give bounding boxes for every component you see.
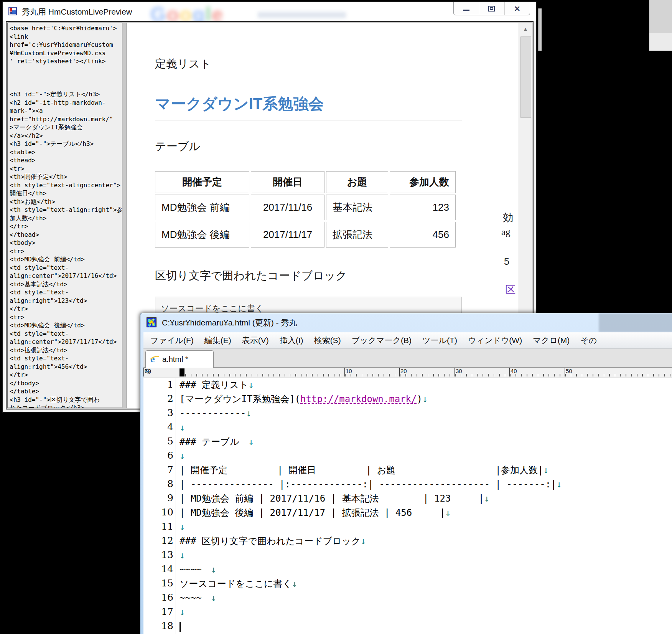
window-controls: ✕ xyxy=(453,2,530,15)
menu-edit[interactable]: 編集(E) xyxy=(199,335,237,346)
menu-other[interactable]: その xyxy=(575,335,602,346)
desktop: Google 秀丸用 HmCustomLivePreview ✕ <base h… xyxy=(0,0,672,634)
menu-search[interactable]: 検索(S) xyxy=(309,335,346,346)
editor-line[interactable]: 5### テーブル ↓ xyxy=(143,435,672,449)
editor-line[interactable]: 15ソースコードをここに書く↓ xyxy=(143,577,672,591)
newline-arrow-icon: ↓ xyxy=(180,422,185,433)
editor-line[interactable]: 10| MD勉強会 後編 | 2017/11/17 | 拡張記法 | 456 |… xyxy=(143,506,672,520)
newline-arrow-icon: ↓ xyxy=(180,550,185,561)
ruler-number: 50 xyxy=(565,368,572,376)
line-number: 18 xyxy=(143,620,173,631)
editor-line[interactable]: 12### 区切り文字で囲われたコードブロック↓ xyxy=(143,534,672,548)
menu-view[interactable]: 表示(V) xyxy=(237,335,274,346)
menu-file[interactable]: ファイル(F) xyxy=(145,335,199,346)
newline-arrow-icon: ↓ xyxy=(211,564,216,575)
newline-arrow-icon: ↓ xyxy=(180,522,185,532)
newline-arrow-icon: ↓ xyxy=(445,507,451,518)
line-number: 15 xyxy=(143,578,173,589)
table-header-cell: 開催日 xyxy=(251,171,324,193)
menu-tools[interactable]: ツール(T) xyxy=(417,335,463,346)
table-cell: 拡張記法 xyxy=(326,222,388,248)
newline-arrow-icon: ↓ xyxy=(211,593,216,603)
table-cell: 2017/11/17 xyxy=(251,222,324,248)
ruler: » 10 20 30 40 50 60 70 xyxy=(143,368,672,378)
line-number: 16 xyxy=(143,592,173,603)
tab-a-html[interactable]: e a.html * xyxy=(145,350,214,368)
editor-line[interactable]: 16~~~~ ↓ xyxy=(143,591,672,605)
line-number: 17 xyxy=(143,606,173,617)
preview-heading-link[interactable]: マークダウンIT系勉強会 xyxy=(155,93,462,121)
newline-arrow-icon: ↓ xyxy=(543,465,548,476)
newline-arrow-icon: ↓ xyxy=(484,493,489,504)
editor-line[interactable]: 6↓ xyxy=(143,449,672,463)
restore-icon xyxy=(488,6,495,12)
close-icon: ✕ xyxy=(514,5,520,13)
editor-titlebar[interactable]: 秀 C:¥usr¥hidemaru¥a.html (更新) - 秀丸 xyxy=(140,313,672,332)
tab-label: a.html * xyxy=(162,355,188,364)
line-number: 11 xyxy=(143,521,173,532)
background-text-fragment: ag xyxy=(501,227,511,238)
background-google-logo: Google xyxy=(150,3,224,21)
url-text: http://markdown.mark/ xyxy=(300,394,417,405)
editor-line[interactable]: 8| --------------- |:-------------:| ---… xyxy=(143,477,672,492)
editor-line[interactable]: 17↓ xyxy=(143,605,672,619)
line-number: 8 xyxy=(143,478,173,489)
newline-arrow-icon: ↓ xyxy=(180,451,185,461)
ruler-number: 30 xyxy=(455,368,462,376)
minimize-icon xyxy=(463,10,469,11)
background-text-fragment: 区 xyxy=(505,283,516,297)
table-row: MD勉強会 後編 2017/11/17 拡張記法 456 xyxy=(155,222,456,248)
titlebar-glass-overlay xyxy=(599,313,672,332)
scroll-up-icon[interactable]: ▲ xyxy=(519,23,532,35)
newline-arrow-icon: ↓ xyxy=(292,578,297,589)
line-number: 1 xyxy=(143,379,173,390)
scrollbar-thumb[interactable] xyxy=(520,36,531,118)
menu-window[interactable]: ウィンドウ(W) xyxy=(463,335,527,346)
editor-line[interactable]: 18 xyxy=(143,619,672,634)
table-cell: 2017/11/16 xyxy=(251,195,324,220)
newline-arrow-icon: ↓ xyxy=(557,479,562,490)
editor-line[interactable]: 11↓ xyxy=(143,520,672,534)
ruler-ticks xyxy=(180,374,672,376)
html-source-pane[interactable]: <base href='C:¥usr¥hidemaru'> <link href… xyxy=(7,23,122,408)
table-cell: 456 xyxy=(390,222,456,248)
table-cell: MD勉強会 前編 xyxy=(155,195,249,220)
background-text-fragment: 効 xyxy=(503,211,513,225)
table-cell: 123 xyxy=(390,195,456,220)
table-cell: 基本記法 xyxy=(326,195,388,220)
ruler-number: 40 xyxy=(509,368,517,376)
text-editor-area[interactable]: 1### 定義リスト↓ 2[マークダウンIT系勉強会](http://markd… xyxy=(143,378,672,634)
menu-macro[interactable]: マクロ(M) xyxy=(527,335,575,346)
editor-line[interactable]: 9| MD勉強会 前編 | 2017/11/16 | 基本記法 | 123 |↓ xyxy=(143,492,672,506)
editor-line[interactable]: 1### 定義リスト↓ xyxy=(143,378,672,392)
editor-line[interactable]: 4↓ xyxy=(143,421,672,435)
line-number: 2 xyxy=(143,393,173,404)
editor-line[interactable]: 14~~~~ ↓ xyxy=(143,563,672,577)
table-header-cell: 開催予定 xyxy=(155,171,249,193)
editor-line[interactable]: 3------------↓ xyxy=(143,406,672,421)
ruler-number: 20 xyxy=(399,368,407,376)
text-caret xyxy=(180,622,181,632)
minimize-button[interactable] xyxy=(454,2,479,15)
line-number: 7 xyxy=(143,464,173,475)
editor-line[interactable]: 2[マークダウンIT系勉強会](http://markdown.mark/)↓ xyxy=(143,392,672,406)
newline-arrow-icon: ↓ xyxy=(361,536,366,546)
window-title: 秀丸用 HmCustomLivePreview xyxy=(22,7,132,17)
editor-line[interactable]: 7| 開催予定 | 開催日 | お題 |参加人数|↓ xyxy=(143,463,672,477)
line-number: 6 xyxy=(143,450,173,461)
background-text-fragment: 5 xyxy=(504,256,509,267)
editor-line[interactable]: 13↓ xyxy=(143,548,672,563)
menu-bookmark[interactable]: ブックマーク(B) xyxy=(346,335,417,346)
ruler-number: 10 xyxy=(344,368,352,376)
restore-button[interactable] xyxy=(479,2,504,15)
editor-window: 秀 C:¥usr¥hidemaru¥a.html (更新) - 秀丸 ファイル(… xyxy=(140,313,672,634)
editor-window-title: C:¥usr¥hidemaru¥a.html (更新) - 秀丸 xyxy=(162,317,297,328)
close-button[interactable]: ✕ xyxy=(505,2,530,15)
hidemaru-icon: 秀 xyxy=(147,317,156,327)
newline-arrow-icon: ↓ xyxy=(246,408,251,419)
menu-insert[interactable]: 挿入(I) xyxy=(274,335,309,346)
preview-titlebar[interactable]: Google 秀丸用 HmCustomLivePreview ✕ xyxy=(3,2,536,21)
preview-document: 定義リスト マークダウンIT系勉強会 テーブル 開催予定 開催日 お題 参加人数 xyxy=(127,23,462,320)
newline-arrow-icon: ↓ xyxy=(248,436,254,447)
line-number: 12 xyxy=(143,535,173,546)
